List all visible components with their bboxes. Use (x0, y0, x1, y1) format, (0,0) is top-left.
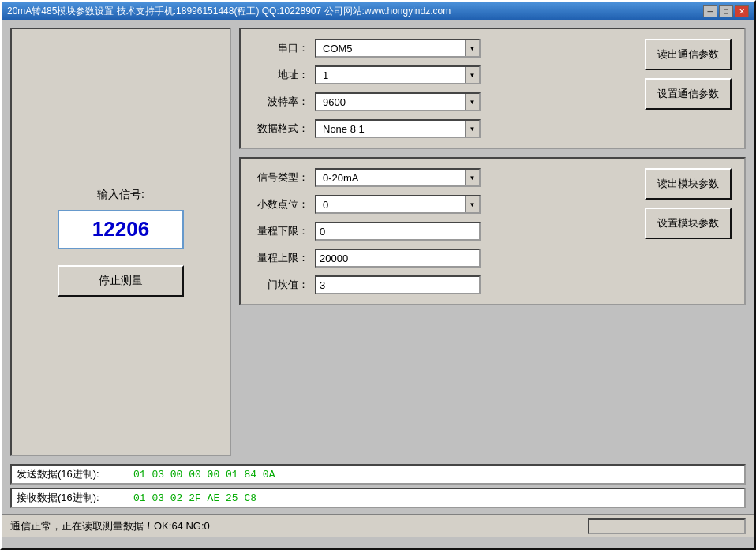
module-form: 信号类型： 0-20mA 4-20mA 0-10V 0-5V ▼ (253, 168, 637, 294)
range-high-row: 量程上限： (253, 249, 637, 268)
right-panel: 串口： COM5 COM1 COM2 COM3 COM4 COM6 (239, 28, 746, 456)
signal-value-display: 12206 (58, 210, 184, 249)
datafmt-select-wrapper: None 8 1 None 8 2 Even 8 1 Odd 8 1 ▼ (315, 119, 481, 138)
minimize-button[interactable]: ─ (703, 5, 717, 17)
send-data-label: 发送数据(16进制): (17, 467, 127, 481)
signal-type-select-wrapper: 0-20mA 4-20mA 0-10V 0-5V ▼ (315, 168, 481, 187)
datafmt-label: 数据格式： (253, 122, 309, 136)
close-button[interactable]: ✕ (735, 5, 749, 17)
decimal-select-wrapper: 0 1 2 3 ▼ (315, 195, 481, 214)
module-buttons: 读出模块参数 设置模块参数 (645, 168, 732, 239)
module-group: 信号类型： 0-20mA 4-20mA 0-10V 0-5V ▼ (239, 157, 746, 305)
comm-group: 串口： COM5 COM1 COM2 COM3 COM4 COM6 (239, 28, 746, 149)
status-text: 通信正常，正在读取测量数据！OK:64 NG:0 (10, 519, 580, 533)
signal-type-select[interactable]: 0-20mA 4-20mA 0-10V 0-5V (315, 168, 481, 187)
recv-data-value: 01 03 02 2F AE 25 C8 (133, 492, 256, 504)
range-high-input[interactable] (315, 249, 481, 268)
threshold-label: 门坎值： (253, 278, 309, 292)
threshold-input[interactable] (315, 275, 481, 294)
baud-select[interactable]: 9600 19200 38400 57600 115200 (315, 92, 481, 111)
range-low-label: 量程下限： (253, 224, 309, 238)
threshold-row: 门坎值： (253, 275, 637, 294)
addr-select[interactable]: 1 2 3 4 5 (315, 65, 481, 84)
range-high-label: 量程上限： (253, 251, 309, 265)
status-right-panel (588, 518, 746, 534)
decimal-label: 小数点位： (253, 197, 309, 211)
datafmt-row: 数据格式： None 8 1 None 8 2 Even 8 1 Odd 8 1… (253, 119, 637, 138)
title-bar: 20mA转485模块参数设置 技术支持手机:18996151448(程工) QQ… (2, 2, 754, 20)
signal-type-row: 信号类型： 0-20mA 4-20mA 0-10V 0-5V ▼ (253, 168, 637, 187)
comm-buttons: 读出通信参数 设置通信参数 (645, 39, 732, 110)
datafmt-select[interactable]: None 8 1 None 8 2 Even 8 1 Odd 8 1 (315, 119, 481, 138)
baud-select-wrapper: 9600 19200 38400 57600 115200 ▼ (315, 92, 481, 111)
signal-type-label: 信号类型： (253, 170, 309, 185)
decimal-row: 小数点位： 0 1 2 3 ▼ (253, 195, 637, 214)
stop-measure-button[interactable]: 停止测量 (58, 265, 184, 297)
title-text: 20mA转485模块参数设置 技术支持手机:18996151448(程工) QQ… (7, 5, 703, 18)
range-low-row: 量程下限： (253, 222, 637, 241)
set-comm-params-button[interactable]: 设置通信参数 (645, 78, 732, 110)
port-row: 串口： COM5 COM1 COM2 COM3 COM4 COM6 (253, 39, 637, 58)
read-comm-params-button[interactable]: 读出通信参数 (645, 39, 732, 70)
bottom-data-area: 发送数据(16进制): 01 03 00 00 00 01 84 0A 接收数据… (2, 464, 754, 511)
status-bar: 通信正常，正在读取测量数据！OK:64 NG:0 (2, 514, 754, 537)
addr-row: 地址： 1 2 3 4 5 ▼ (253, 65, 637, 84)
recv-data-row: 接收数据(16进制): 01 03 02 2F AE 25 C8 (10, 488, 746, 508)
port-label: 串口： (253, 41, 309, 55)
read-module-params-button[interactable]: 读出模块参数 (645, 168, 732, 200)
decimal-select[interactable]: 0 1 2 3 (315, 195, 481, 214)
recv-data-label: 接收数据(16进制): (17, 491, 127, 505)
title-bar-buttons: ─ □ ✕ (703, 5, 749, 17)
set-module-params-button[interactable]: 设置模块参数 (645, 208, 732, 239)
maximize-button[interactable]: □ (719, 5, 733, 17)
signal-label: 输入信号: (97, 188, 144, 202)
baud-row: 波特率： 9600 19200 38400 57600 115200 ▼ (253, 92, 637, 111)
port-select-wrapper: COM5 COM1 COM2 COM3 COM4 COM6 ▼ (315, 39, 481, 58)
left-panel: 输入信号: 12206 停止测量 (10, 28, 231, 456)
main-area: 输入信号: 12206 停止测量 串口： COM5 (2, 20, 754, 464)
port-select[interactable]: COM5 COM1 COM2 COM3 COM4 COM6 (315, 39, 481, 58)
send-data-value: 01 03 00 00 00 01 84 0A (133, 469, 275, 481)
send-data-row: 发送数据(16进制): 01 03 00 00 00 01 84 0A (10, 464, 746, 485)
baud-label: 波特率： (253, 95, 309, 109)
range-low-input[interactable] (315, 222, 481, 241)
comm-form: 串口： COM5 COM1 COM2 COM3 COM4 COM6 (253, 39, 637, 138)
addr-label: 地址： (253, 68, 309, 82)
addr-select-wrapper: 1 2 3 4 5 ▼ (315, 65, 481, 84)
